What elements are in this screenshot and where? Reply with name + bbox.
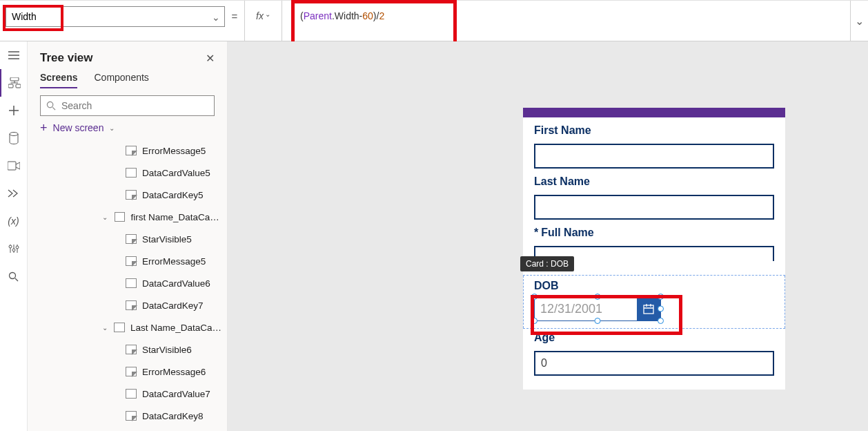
svg-point-7	[12, 249, 15, 251]
svg-rect-3	[16, 84, 21, 88]
tree-node-label: StarVisible5	[142, 234, 192, 245]
first-name-input[interactable]	[534, 144, 774, 169]
tree-list[interactable]: ErrorMessage5 DataCardValue5 DataCardKey…	[28, 138, 227, 431]
svg-point-4	[10, 133, 18, 136]
tree-node[interactable]: ⌄first Name_DataCard1	[28, 206, 227, 228]
last-name-label: Last Name	[534, 175, 774, 188]
tree-node-label: DataCardValue7	[142, 389, 210, 399]
fx-label: fx	[256, 10, 264, 21]
control-icon	[126, 256, 137, 266]
full-name-label: *Full Name	[534, 227, 774, 239]
control-icon	[126, 278, 137, 288]
tree-node[interactable]: ⌄Last Name_DataCard1	[28, 316, 227, 338]
dob-datepicker[interactable]: 12/31/2001	[534, 296, 661, 321]
tree-node[interactable]: ⌄DOB_DataCard2	[28, 427, 227, 431]
chevron-down-icon: ⌄	[265, 10, 270, 18]
fx-button[interactable]: fx ⌄	[244, 1, 282, 41]
rail-hamburger-button[interactable]	[0, 41, 28, 69]
tree-search-input[interactable]	[61, 100, 208, 111]
rail-tree-view-button[interactable]	[0, 69, 28, 97]
tree-node-label: ErrorMessage6	[142, 367, 206, 377]
control-icon	[126, 367, 137, 376]
tree-node[interactable]: DataCardValue5	[28, 162, 227, 184]
close-icon[interactable]: ✕	[206, 52, 215, 65]
formula-bar[interactable]: ( Parent . Width - 60 ) / 2	[282, 1, 850, 41]
tree-node-label: ErrorMessage5	[142, 146, 206, 156]
card-icon	[114, 323, 124, 332]
property-selector[interactable]: Width ⌄	[6, 6, 225, 27]
age-label: Age	[534, 332, 774, 344]
card-tooltip: Card : DOB	[520, 256, 574, 271]
tree-node[interactable]: ErrorMessage5	[28, 250, 227, 272]
tab-components[interactable]: Components	[94, 72, 148, 88]
formula-token: Width	[335, 10, 359, 41]
design-canvas[interactable]: First Name Last Name *Full Name Card : D…	[228, 41, 868, 431]
rail-data-button[interactable]	[0, 124, 28, 152]
tab-screens[interactable]: Screens	[40, 72, 77, 88]
new-screen-button[interactable]: + New screen ⌄	[40, 122, 227, 134]
tree-node[interactable]: DataCardKey5	[28, 184, 227, 206]
chevron-down-icon: ⌄	[212, 12, 220, 23]
rail-power-automate-button[interactable]	[0, 180, 28, 207]
rail-insert-button[interactable]	[0, 97, 28, 124]
tree-node[interactable]: DataCardValue7	[28, 383, 227, 405]
tree-node[interactable]: DataCardKey8	[28, 405, 227, 427]
control-icon	[126, 234, 137, 244]
formula-token: 2	[379, 10, 384, 41]
phone-screen[interactable]: First Name Last Name *Full Name Card : D…	[523, 108, 785, 390]
rail-variables-button[interactable]: (x)	[0, 207, 28, 235]
equals-label: =	[225, 10, 244, 22]
control-icon	[126, 345, 137, 354]
tree-search[interactable]	[40, 95, 215, 116]
selection-handle[interactable]	[595, 318, 601, 324]
last-name-input[interactable]	[534, 195, 774, 220]
control-icon	[126, 411, 137, 421]
formula-token: 60	[362, 10, 373, 41]
chevron-down-icon: ⌄	[101, 324, 108, 332]
control-icon	[126, 300, 137, 310]
tree-node-label: first Name_DataCard1	[130, 212, 221, 222]
selection-handle[interactable]	[658, 294, 664, 300]
svg-point-8	[16, 246, 19, 249]
tree-node[interactable]: ErrorMessage6	[28, 361, 227, 383]
tree-node-label: DataCardValue6	[142, 278, 210, 289]
selection-handle[interactable]	[531, 294, 537, 300]
selection-handle[interactable]	[531, 318, 537, 324]
search-icon	[46, 101, 56, 111]
chevron-down-icon: ⌄	[101, 213, 109, 221]
formula-expand-button[interactable]: ⌄	[850, 1, 868, 41]
svg-point-10	[47, 102, 52, 107]
tree-node-label: DataCardKey7	[142, 300, 204, 311]
property-selector-value: Width	[12, 11, 37, 22]
svg-rect-1	[10, 77, 19, 81]
tree-node-label: DataCardKey8	[142, 411, 204, 421]
svg-rect-11	[644, 305, 653, 314]
dob-label: DOB	[534, 280, 774, 292]
svg-rect-2	[8, 84, 13, 88]
full-name-label-text: Full Name	[541, 227, 593, 238]
age-value: 0	[541, 357, 547, 370]
rail-media-button[interactable]	[0, 152, 28, 180]
rail-advanced-tools-button[interactable]	[0, 235, 28, 262]
selection-handle[interactable]	[595, 294, 601, 300]
tree-view-title: Tree view	[40, 51, 93, 65]
required-marker: *	[534, 227, 538, 238]
tree-node-label: StarVisible6	[142, 345, 192, 355]
tree-node-label: ErrorMessage5	[142, 256, 206, 267]
age-input[interactable]: 0	[534, 351, 774, 376]
dob-card[interactable]: Card : DOB DOB 12/31/2001	[523, 275, 785, 329]
svg-point-9	[10, 272, 16, 278]
left-rail: (x)	[0, 41, 28, 431]
formula-token: Parent	[304, 10, 332, 41]
tree-node[interactable]: StarVisible6	[28, 338, 227, 361]
calendar-icon[interactable]	[637, 297, 660, 320]
dob-value: 12/31/2001	[535, 302, 637, 316]
rail-search-button[interactable]	[0, 262, 28, 290]
tree-node[interactable]: DataCardKey7	[28, 294, 227, 316]
tree-node[interactable]: StarVisible5	[28, 228, 227, 250]
selection-handle[interactable]	[658, 318, 664, 324]
selection-handle[interactable]	[658, 306, 664, 312]
tree-node[interactable]: ErrorMessage5	[28, 140, 227, 162]
tree-node[interactable]: DataCardValue6	[28, 272, 227, 294]
first-name-label: First Name	[534, 124, 774, 137]
